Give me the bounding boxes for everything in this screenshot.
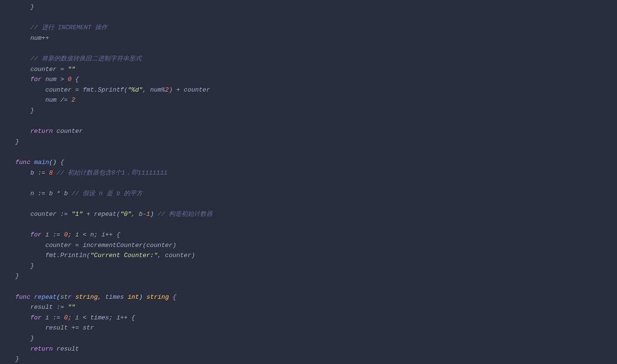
code-token: "" xyxy=(68,66,75,73)
code-token: // 进行 INCREMENT 操作 xyxy=(30,24,107,31)
code-line[interactable]: // 进行 INCREMENT 操作 xyxy=(0,23,617,33)
code-token: times xyxy=(105,294,124,301)
code-token: return xyxy=(30,345,53,352)
code-line[interactable]: } xyxy=(0,271,617,282)
code-line[interactable]: } xyxy=(0,261,617,271)
code-token: return xyxy=(30,128,53,135)
code-line[interactable]: counter = incrementCounter(counter) xyxy=(0,240,617,251)
code-line[interactable]: result += str xyxy=(0,323,617,333)
code-token: repeat xyxy=(34,294,57,301)
code-token: 0 xyxy=(68,76,71,83)
code-token: } xyxy=(15,355,19,363)
code-token: , b- xyxy=(131,211,146,218)
code-token: i := xyxy=(42,231,64,238)
code-token: 8 xyxy=(49,169,53,176)
code-token xyxy=(154,211,158,218)
code-token: i := xyxy=(42,314,64,321)
code-token: ( xyxy=(57,294,60,301)
code-token: "0" xyxy=(120,211,131,218)
code-line[interactable]: for num > 0 { xyxy=(0,74,617,85)
code-line[interactable]: func main() { xyxy=(0,157,617,168)
code-token: func xyxy=(15,159,30,166)
code-token: fmt.Println( xyxy=(45,252,90,259)
code-token: n := b * b xyxy=(30,190,71,197)
code-token: result += str xyxy=(45,324,94,331)
code-token xyxy=(71,294,75,301)
code-token: 2 xyxy=(71,96,75,104)
code-token: } xyxy=(30,107,34,114)
code-token: } xyxy=(30,335,34,342)
code-token: str xyxy=(60,294,71,301)
code-token: () xyxy=(49,159,57,166)
code-token: b := xyxy=(30,169,49,176)
code-line[interactable]: func repeat(str string, times int) strin… xyxy=(0,292,617,303)
code-line[interactable]: } xyxy=(0,2,617,12)
code-line[interactable]: counter = fmt.Sprintf("%d", num%2) + cou… xyxy=(0,85,617,95)
code-token: num /= xyxy=(45,96,71,104)
code-token: num > xyxy=(42,76,68,83)
code-line[interactable]: for i := 0; i < times; i++ { xyxy=(0,313,617,323)
code-line[interactable]: } xyxy=(0,333,617,344)
code-line[interactable]: return counter xyxy=(0,126,617,137)
code-token: counter = incrementCounter(counter) xyxy=(45,242,176,249)
code-line[interactable] xyxy=(0,116,617,127)
code-token: result := xyxy=(30,304,68,311)
code-line[interactable]: } xyxy=(0,137,617,147)
code-token xyxy=(124,294,128,301)
code-token: { xyxy=(169,294,177,301)
code-token: for xyxy=(30,314,41,321)
code-token xyxy=(142,294,146,301)
code-token: ; i < n; i++ { xyxy=(68,231,120,238)
code-line[interactable]: num /= 2 xyxy=(0,95,617,106)
code-token: func xyxy=(15,294,30,301)
code-token: num++ xyxy=(30,35,49,42)
code-line[interactable]: n := b * b // 假设 n 是 b 的平方 xyxy=(0,188,617,199)
code-line[interactable] xyxy=(0,199,617,209)
code-token: + repeat( xyxy=(83,211,120,218)
code-token: { xyxy=(71,76,79,83)
code-token: for xyxy=(30,76,41,83)
code-line[interactable]: counter = "" xyxy=(0,64,617,75)
code-token: ) xyxy=(150,211,154,218)
code-token: // 将新的数值转换回二进制字符串形式 xyxy=(30,55,141,62)
code-line[interactable]: } xyxy=(0,354,617,364)
code-token: for xyxy=(30,231,41,238)
code-token: , counter) xyxy=(157,252,195,259)
code-line[interactable] xyxy=(0,219,617,230)
code-token: 1 xyxy=(146,211,150,218)
code-token: // 假设 n 是 b 的平方 xyxy=(71,190,142,197)
code-line[interactable] xyxy=(0,43,617,54)
code-token xyxy=(30,294,34,301)
code-line[interactable]: return result xyxy=(0,344,617,354)
code-token: } xyxy=(30,262,34,270)
code-token xyxy=(53,169,57,176)
code-token: { xyxy=(57,159,64,166)
code-token: , xyxy=(98,294,106,301)
code-token: counter = fmt.Sprintf( xyxy=(45,86,128,94)
code-token: // 构造初始计数器 xyxy=(158,211,213,218)
code-editor[interactable]: } // 进行 INCREMENT 操作 num++ // 将新的数值转换回二进… xyxy=(0,2,617,364)
code-token: string xyxy=(146,294,169,301)
code-token: "" xyxy=(68,304,75,311)
code-line[interactable] xyxy=(0,282,617,292)
code-token: counter = xyxy=(30,66,68,73)
code-line[interactable]: result := "" xyxy=(0,302,617,313)
code-line[interactable] xyxy=(0,12,617,23)
code-token xyxy=(30,159,34,166)
code-token: result xyxy=(53,345,79,352)
code-token: } xyxy=(15,138,19,145)
code-line[interactable] xyxy=(0,147,617,157)
code-line[interactable]: num++ xyxy=(0,33,617,44)
code-token: int xyxy=(128,294,139,301)
code-token: } xyxy=(30,3,34,11)
code-line[interactable] xyxy=(0,178,617,188)
code-line[interactable]: for i := 0; i < n; i++ { xyxy=(0,230,617,240)
code-token: "%d" xyxy=(128,86,142,94)
code-line[interactable]: fmt.Println("Current Counter:", counter) xyxy=(0,250,617,261)
code-line[interactable]: // 将新的数值转换回二进制字符串形式 xyxy=(0,54,617,64)
code-token: "Current Counter:" xyxy=(90,252,157,259)
code-line[interactable]: counter := "1" + repeat("0", b-1) // 构造初… xyxy=(0,209,617,220)
code-token: counter xyxy=(53,128,83,135)
code-line[interactable]: } xyxy=(0,106,617,116)
code-line[interactable]: b := 8 // 初始计数器包含8个1，即11111111 xyxy=(0,168,617,178)
